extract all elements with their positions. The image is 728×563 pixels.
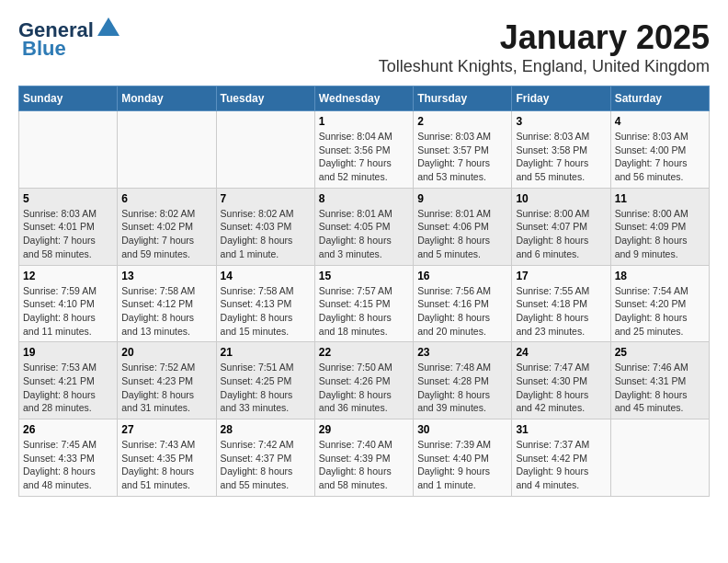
day-number: 11 — [615, 192, 705, 205]
day-info: Sunrise: 7:54 AM Sunset: 4:20 PM Dayligh… — [615, 284, 705, 339]
week-row-3: 12Sunrise: 7:59 AM Sunset: 4:10 PM Dayli… — [19, 265, 710, 342]
day-info: Sunrise: 7:52 AM Sunset: 4:23 PM Dayligh… — [121, 361, 211, 415]
calendar-cell: 6Sunrise: 8:02 AM Sunset: 4:02 PM Daylig… — [118, 188, 216, 265]
day-number: 10 — [516, 192, 606, 205]
calendar-cell — [216, 111, 314, 189]
day-number: 14 — [221, 270, 311, 282]
day-info: Sunrise: 8:03 AM Sunset: 3:58 PM Dayligh… — [516, 130, 606, 184]
calendar-cell — [19, 111, 118, 189]
calendar-cell: 7Sunrise: 8:02 AM Sunset: 4:03 PM Daylig… — [216, 188, 314, 265]
calendar-cell — [610, 419, 709, 497]
day-info: Sunrise: 7:47 AM Sunset: 4:30 PM Dayligh… — [516, 361, 606, 415]
day-number: 8 — [319, 192, 409, 205]
day-info: Sunrise: 7:37 AM Sunset: 4:42 PM Dayligh… — [516, 438, 606, 492]
day-info: Sunrise: 7:46 AM Sunset: 4:31 PM Dayligh… — [615, 361, 705, 415]
page-subtitle: Tolleshunt Knights, England, United King… — [379, 57, 710, 76]
day-info: Sunrise: 8:03 AM Sunset: 4:00 PM Dayligh… — [615, 130, 705, 184]
day-info: Sunrise: 7:39 AM Sunset: 4:40 PM Dayligh… — [417, 438, 507, 492]
week-row-1: 1Sunrise: 8:04 AM Sunset: 3:56 PM Daylig… — [19, 111, 710, 189]
page-header: General Blue January 2025 Tolleshunt Kni… — [18, 18, 710, 76]
calendar-cell: 21Sunrise: 7:51 AM Sunset: 4:25 PM Dayli… — [216, 342, 314, 419]
calendar-cell: 3Sunrise: 8:03 AM Sunset: 3:58 PM Daylig… — [512, 111, 610, 189]
calendar-cell: 5Sunrise: 8:03 AM Sunset: 4:01 PM Daylig… — [19, 188, 118, 265]
day-info: Sunrise: 7:50 AM Sunset: 4:26 PM Dayligh… — [319, 361, 409, 415]
calendar-cell: 1Sunrise: 8:04 AM Sunset: 3:56 PM Daylig… — [314, 111, 413, 189]
weekday-header-row: SundayMondayTuesdayWednesdayThursdayFrid… — [19, 86, 710, 111]
logo-icon — [96, 16, 121, 41]
day-number: 1 — [319, 115, 409, 128]
day-number: 15 — [319, 270, 409, 282]
day-info: Sunrise: 8:02 AM Sunset: 4:02 PM Dayligh… — [121, 207, 211, 261]
day-info: Sunrise: 7:51 AM Sunset: 4:25 PM Dayligh… — [221, 361, 311, 415]
day-number: 27 — [121, 423, 211, 436]
day-number: 28 — [221, 423, 311, 436]
day-number: 16 — [417, 270, 507, 282]
day-info: Sunrise: 7:59 AM Sunset: 4:10 PM Dayligh… — [23, 284, 113, 339]
logo-block: General Blue — [18, 18, 121, 61]
week-row-4: 19Sunrise: 7:53 AM Sunset: 4:21 PM Dayli… — [19, 342, 710, 419]
day-number: 20 — [121, 346, 211, 359]
day-number: 18 — [615, 270, 705, 282]
day-number: 5 — [23, 192, 113, 205]
calendar-table: SundayMondayTuesdayWednesdayThursdayFrid… — [18, 86, 710, 497]
day-number: 29 — [319, 423, 409, 436]
title-block: January 2025 Tolleshunt Knights, England… — [379, 18, 710, 76]
day-number: 17 — [516, 270, 606, 282]
logo: General Blue — [18, 18, 121, 61]
day-info: Sunrise: 8:04 AM Sunset: 3:56 PM Dayligh… — [319, 130, 409, 184]
day-info: Sunrise: 8:00 AM Sunset: 4:09 PM Dayligh… — [615, 207, 705, 261]
calendar-cell: 12Sunrise: 7:59 AM Sunset: 4:10 PM Dayli… — [19, 265, 118, 342]
day-number: 22 — [319, 346, 409, 359]
calendar-cell: 29Sunrise: 7:40 AM Sunset: 4:39 PM Dayli… — [314, 419, 413, 497]
weekday-header-friday: Friday — [512, 86, 610, 111]
day-number: 9 — [417, 192, 507, 205]
day-info: Sunrise: 8:00 AM Sunset: 4:07 PM Dayligh… — [516, 207, 606, 261]
calendar-cell: 13Sunrise: 7:58 AM Sunset: 4:12 PM Dayli… — [118, 265, 216, 342]
day-info: Sunrise: 7:42 AM Sunset: 4:37 PM Dayligh… — [221, 438, 311, 492]
day-info: Sunrise: 7:55 AM Sunset: 4:18 PM Dayligh… — [516, 284, 606, 339]
calendar-cell: 2Sunrise: 8:03 AM Sunset: 3:57 PM Daylig… — [414, 111, 512, 189]
calendar-cell: 20Sunrise: 7:52 AM Sunset: 4:23 PM Dayli… — [118, 342, 216, 419]
day-number: 12 — [23, 270, 113, 282]
day-number: 6 — [121, 192, 211, 205]
day-number: 24 — [516, 346, 606, 359]
calendar-cell — [118, 111, 216, 189]
day-info: Sunrise: 7:40 AM Sunset: 4:39 PM Dayligh… — [319, 438, 409, 492]
calendar-cell: 22Sunrise: 7:50 AM Sunset: 4:26 PM Dayli… — [314, 342, 413, 419]
weekday-header-wednesday: Wednesday — [314, 86, 413, 111]
weekday-header-monday: Monday — [118, 86, 216, 111]
calendar-cell: 11Sunrise: 8:00 AM Sunset: 4:09 PM Dayli… — [610, 188, 709, 265]
weekday-header-thursday: Thursday — [414, 86, 512, 111]
day-info: Sunrise: 7:53 AM Sunset: 4:21 PM Dayligh… — [23, 361, 113, 415]
day-info: Sunrise: 7:48 AM Sunset: 4:28 PM Dayligh… — [417, 361, 507, 415]
day-number: 26 — [23, 423, 113, 436]
weekday-header-saturday: Saturday — [610, 86, 709, 111]
day-info: Sunrise: 7:45 AM Sunset: 4:33 PM Dayligh… — [23, 438, 113, 492]
day-info: Sunrise: 8:01 AM Sunset: 4:05 PM Dayligh… — [319, 207, 409, 261]
day-info: Sunrise: 8:03 AM Sunset: 3:57 PM Dayligh… — [417, 130, 507, 184]
day-number: 23 — [417, 346, 507, 359]
calendar-cell: 15Sunrise: 7:57 AM Sunset: 4:15 PM Dayli… — [314, 265, 413, 342]
svg-marker-0 — [97, 17, 119, 36]
day-info: Sunrise: 7:43 AM Sunset: 4:35 PM Dayligh… — [121, 438, 211, 492]
day-info: Sunrise: 8:02 AM Sunset: 4:03 PM Dayligh… — [221, 207, 311, 261]
calendar-cell: 4Sunrise: 8:03 AM Sunset: 4:00 PM Daylig… — [610, 111, 709, 189]
day-info: Sunrise: 7:56 AM Sunset: 4:16 PM Dayligh… — [417, 284, 507, 339]
day-info: Sunrise: 7:57 AM Sunset: 4:15 PM Dayligh… — [319, 284, 409, 339]
day-info: Sunrise: 8:01 AM Sunset: 4:06 PM Dayligh… — [417, 207, 507, 261]
calendar-cell: 16Sunrise: 7:56 AM Sunset: 4:16 PM Dayli… — [414, 265, 512, 342]
day-number: 2 — [417, 115, 507, 128]
weekday-header-sunday: Sunday — [19, 86, 118, 111]
day-number: 30 — [417, 423, 507, 436]
day-number: 25 — [615, 346, 705, 359]
calendar-cell: 9Sunrise: 8:01 AM Sunset: 4:06 PM Daylig… — [414, 188, 512, 265]
calendar-cell: 8Sunrise: 8:01 AM Sunset: 4:05 PM Daylig… — [314, 188, 413, 265]
calendar-cell: 23Sunrise: 7:48 AM Sunset: 4:28 PM Dayli… — [414, 342, 512, 419]
day-number: 19 — [23, 346, 113, 359]
calendar-cell: 17Sunrise: 7:55 AM Sunset: 4:18 PM Dayli… — [512, 265, 610, 342]
calendar-cell: 28Sunrise: 7:42 AM Sunset: 4:37 PM Dayli… — [216, 419, 314, 497]
calendar-cell: 26Sunrise: 7:45 AM Sunset: 4:33 PM Dayli… — [19, 419, 118, 497]
weekday-header-tuesday: Tuesday — [216, 86, 314, 111]
day-number: 4 — [615, 115, 705, 128]
page-title: January 2025 — [379, 18, 710, 57]
